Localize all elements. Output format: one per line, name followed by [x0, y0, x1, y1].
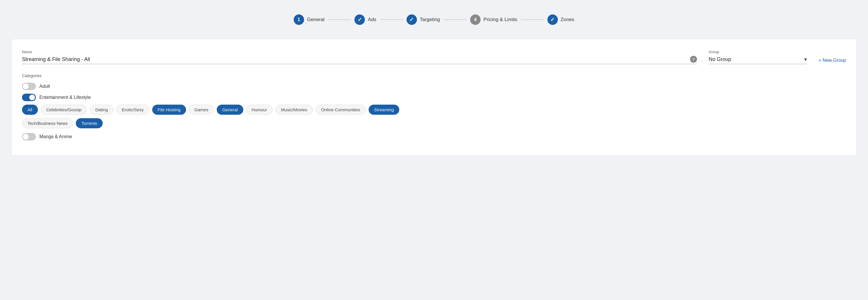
step-label-ads: Ads: [368, 17, 376, 23]
categories-section: Categories Adult Entertainment & Lifesty…: [22, 73, 846, 140]
manga-slider: [22, 133, 36, 140]
step-circle-targeting: ✓: [406, 14, 417, 25]
subcategory-section: All Celebrities/Gossip Dating Erotic/Sex…: [22, 105, 846, 128]
manga-toggle[interactable]: [22, 133, 36, 140]
step-label-general: General: [307, 17, 324, 23]
stepper: 1 General ✓ Ads ✓ Targeting 4 Pricing & …: [11, 9, 857, 31]
step-targeting[interactable]: ✓ Targeting: [406, 14, 440, 25]
new-group-button[interactable]: + New Group: [818, 58, 846, 64]
tag-general[interactable]: General: [217, 105, 243, 115]
connector-4: [521, 20, 544, 20]
tag-all[interactable]: All: [22, 105, 38, 115]
tag-tech-news[interactable]: Tech/Business News: [22, 118, 73, 128]
adult-toggle-row: Adult: [22, 82, 846, 90]
step-pricing[interactable]: 4 Pricing & Limits: [470, 14, 517, 25]
tag-games[interactable]: Games: [189, 105, 214, 115]
manga-toggle-row: Manga & Anime: [22, 133, 846, 140]
name-field: Name ?: [22, 50, 697, 64]
step-ads[interactable]: ✓ Ads: [354, 14, 376, 25]
tag-file-hosting[interactable]: File Hosting: [152, 105, 186, 115]
adult-toggle[interactable]: [22, 82, 36, 90]
connector-1: [328, 20, 351, 20]
step-zones[interactable]: ✓ Zones: [548, 14, 574, 25]
tag-streaming[interactable]: Streaming: [369, 105, 399, 115]
tag-list-row1: All Celebrities/Gossip Dating Erotic/Sex…: [22, 105, 846, 115]
step-label-targeting: Targeting: [420, 17, 440, 23]
group-label: Group: [709, 50, 807, 54]
form-row: Name ? Group No Group Group A Group B ▾ …: [22, 50, 846, 64]
connector-2: [380, 20, 403, 20]
step-label-pricing: Pricing & Limits: [484, 17, 517, 23]
adult-label: Adult: [39, 84, 50, 89]
group-field: Group No Group Group A Group B ▾: [709, 50, 807, 64]
name-label: Name: [22, 50, 697, 54]
step-circle-pricing: 4: [470, 14, 480, 25]
name-input-wrap: ?: [22, 56, 697, 64]
tag-celebrities[interactable]: Celebrities/Gossip: [41, 105, 87, 115]
main-card: Name ? Group No Group Group A Group B ▾ …: [11, 39, 857, 156]
entertainment-label: Entertainment & Lifestyle: [39, 95, 91, 100]
tag-humour[interactable]: Humour: [246, 105, 273, 115]
tag-list-row2: Tech/Business News Torrents: [22, 118, 846, 128]
tag-online-communities[interactable]: Online Communities: [316, 105, 366, 115]
group-select-wrap: No Group Group A Group B ▾: [709, 56, 807, 64]
step-circle-zones: ✓: [548, 14, 558, 25]
tag-erotic[interactable]: Erotic/Sexy: [116, 105, 149, 115]
step-general[interactable]: 1 General: [294, 14, 324, 25]
entertainment-toggle[interactable]: [22, 94, 36, 101]
dropdown-arrow-icon: ▾: [804, 56, 807, 63]
group-select[interactable]: No Group Group A Group B: [709, 56, 802, 62]
tag-torrents[interactable]: Torrents: [76, 118, 102, 128]
entertainment-toggle-row: Entertainment & Lifestyle: [22, 94, 846, 101]
tag-dating[interactable]: Dating: [90, 105, 113, 115]
adult-slider: [22, 82, 36, 90]
step-label-zones: Zones: [561, 17, 574, 23]
step-circle-general: 1: [294, 14, 304, 25]
name-input[interactable]: [22, 56, 687, 62]
help-icon[interactable]: ?: [690, 56, 697, 63]
manga-label: Manga & Anime: [39, 134, 72, 139]
tag-music-movies[interactable]: Music/Movies: [275, 105, 313, 115]
entertainment-slider: [22, 94, 36, 101]
categories-label: Categories: [22, 73, 846, 78]
connector-3: [443, 20, 467, 20]
step-circle-ads: ✓: [354, 14, 365, 25]
